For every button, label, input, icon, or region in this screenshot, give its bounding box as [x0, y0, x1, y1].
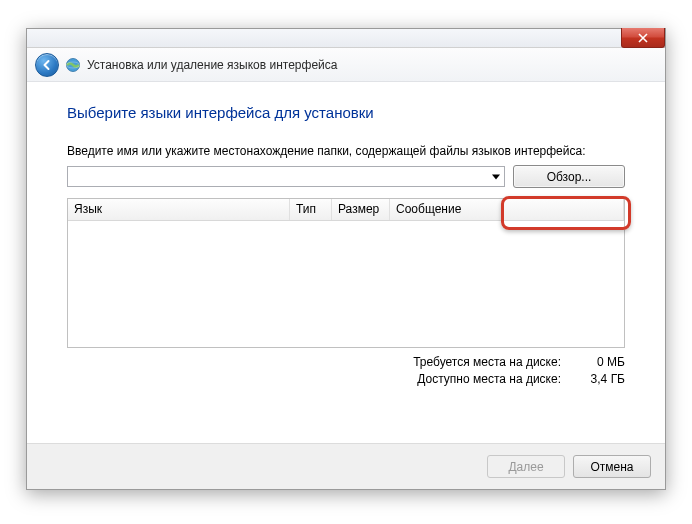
disk-info: Требуется места на диске: 0 МБ Доступно … [67, 354, 625, 388]
language-listview[interactable]: Язык Тип Размер Сообщение [67, 198, 625, 348]
instruction-text: Введите имя или укажите местонахождение … [67, 143, 625, 159]
listview-header: Язык Тип Размер Сообщение [68, 199, 624, 221]
column-size[interactable]: Размер [332, 199, 390, 220]
close-button[interactable] [621, 28, 665, 48]
disk-required-value: 0 МБ [577, 354, 625, 371]
cancel-button[interactable]: Отмена [573, 455, 651, 478]
wizard-window: Установка или удаление языков интерфейса… [26, 28, 666, 490]
path-combobox[interactable] [67, 166, 505, 187]
close-icon [638, 33, 648, 43]
titlebar [27, 29, 665, 48]
next-button: Далее [487, 455, 565, 478]
chevron-down-icon [492, 174, 500, 179]
arrow-left-icon [41, 59, 53, 71]
header-bar: Установка или удаление языков интерфейса [27, 48, 665, 82]
path-row: Обзор... [67, 165, 625, 188]
disk-available-label: Доступно места на диске: [417, 371, 561, 388]
back-button[interactable] [35, 53, 59, 77]
browse-button[interactable]: Обзор... [513, 165, 625, 188]
column-type[interactable]: Тип [290, 199, 332, 220]
globe-icon [65, 57, 81, 73]
footer: Далее Отмена [27, 443, 665, 489]
disk-available-value: 3,4 ГБ [577, 371, 625, 388]
column-language[interactable]: Язык [68, 199, 290, 220]
column-message[interactable]: Сообщение [390, 199, 624, 220]
disk-required-label: Требуется места на диске: [413, 354, 561, 371]
page-heading: Выберите языки интерфейса для установки [67, 104, 625, 121]
content-area: Выберите языки интерфейса для установки … [27, 82, 665, 388]
window-title: Установка или удаление языков интерфейса [87, 58, 337, 72]
